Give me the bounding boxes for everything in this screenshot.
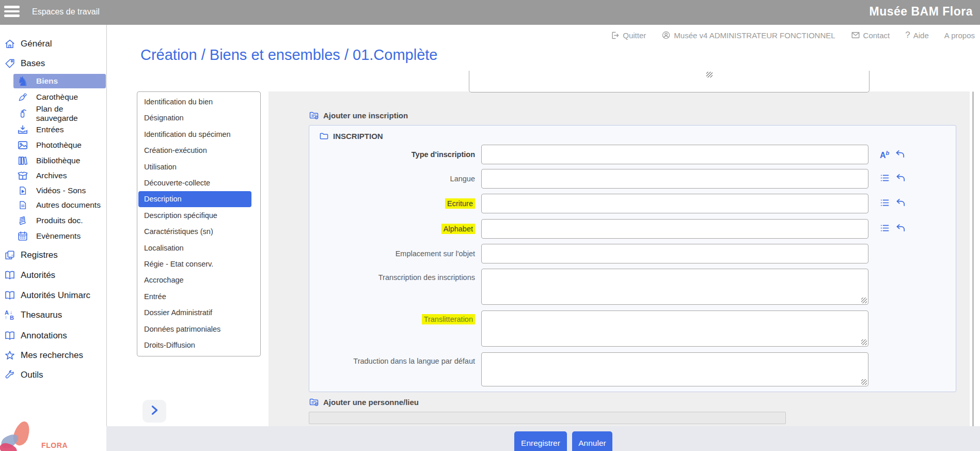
section-menu-item-droits-diffusion[interactable]: Droits-Diffusion [138,337,251,353]
sheets-icon [17,215,29,226]
sidebar-item-thesaurus[interactable]: A↓↑BThesaurus [0,308,106,322]
section-menu-item-regie-etat-conserv[interactable]: Régie - Etat conserv. [138,256,251,272]
sidebar-item-annotations[interactable]: Annotations [0,329,106,343]
sidebar-item-general[interactable]: Général [0,37,106,51]
page-title: Création / Biens et ensembles / 01.Compl… [140,46,437,64]
sidebar-item-bases[interactable]: Bases [0,56,106,71]
next-page-button[interactable] [143,400,166,423]
sidebar-item-plan-de-sauvegarde[interactable]: Plan de sauvegarde [0,106,106,121]
sidebar-item-label: Annotations [21,331,67,341]
sidebar-item-produits-doc[interactable]: Produits doc. [0,213,106,228]
sidebar-item-label: Autorités [21,270,55,281]
sidebar-item-mes-recherches[interactable]: Mes recherches [0,348,106,363]
input-type-d-inscription[interactable] [481,145,868,164]
undo-icon[interactable] [896,173,906,183]
mail-icon [851,30,860,40]
sidebar-item-carotheque[interactable]: Carothèque [0,90,106,104]
undo-icon[interactable] [896,223,906,233]
section-menu-item-donnees-patrimoniales[interactable]: Données patrimoniales [138,321,251,337]
section-menu-item-description[interactable]: Description [138,191,251,207]
list-icon[interactable] [880,223,890,233]
header-links: QuitterMusée v4 ADMINISTRATEUR FONCTIONN… [611,29,975,41]
field-label-emplacement-sur-l-objet: Emplacement sur l'objet [258,248,475,259]
header-link-a-propos[interactable]: A propos [944,31,975,40]
sidebar-item-label: Evènements [36,231,81,241]
undo-icon[interactable] [896,198,906,208]
sidebar-item-bibliotheque[interactable]: Bibliothèque [0,153,106,168]
header-link-quitter[interactable]: Quitter [611,31,646,40]
highlighted-label: Alphabet [441,224,475,234]
extinguisher-icon [17,108,29,119]
sidebar-item-phototheque[interactable]: Photothèque [0,138,106,152]
workspace-label: Espaces de travail [32,7,100,17]
input-emplacement-sur-l-objet[interactable] [481,244,868,263]
input-langue[interactable] [481,169,868,189]
inbox-down-icon [17,124,29,135]
sidebar-item-autorites-unimarc[interactable]: Autorités Unimarc [0,288,106,303]
sidebar-item-videos-sons[interactable]: Vidéos - Sons [0,183,106,198]
field-label-ecriture: Ecriture [258,198,475,209]
list-icon[interactable] [880,173,890,183]
book-open-icon [3,330,17,341]
save-button[interactable]: Enregistrer [514,431,567,451]
sidebar-item-label: Carothèque [36,92,78,102]
input-ecriture[interactable] [481,194,868,213]
top-bar: Espaces de travail Musée BAM Flora [0,0,980,25]
sidebar-item-label: Général [21,39,52,49]
section-menu-item-caracteristiques-sn[interactable]: Caractéristiques (sn) [138,224,251,240]
sidebar-item-archives[interactable]: Archives [0,168,106,183]
section-menu: Identification du bienDésignationIdentif… [137,91,261,356]
field-action-icons [880,198,906,208]
field-label-langue: Langue [258,174,475,184]
section-menu-item-accrochage[interactable]: Accrochage [138,272,251,288]
header-link-label: Contact [863,31,890,40]
vertical-scrollbar[interactable] [972,91,974,427]
section-menu-item-utilisation[interactable]: Utilisation [138,159,251,175]
carrot-icon [17,92,29,102]
section-menu-item-dossier-administratif[interactable]: Dossier Administratif [138,305,251,321]
textarea-translitteration[interactable] [481,310,868,347]
sidebar-item-label: Photothèque [36,141,82,150]
sidebar-item-label: Entrées [36,125,64,134]
resize-grip-icon[interactable] [861,339,867,345]
sidebar-item-label: Thesaurus [21,310,62,320]
box-open-icon [17,170,29,181]
resize-grip-icon[interactable] [861,379,867,385]
section-menu-item-identification-du-specimen[interactable]: Identification du spécimen [138,127,251,143]
photo-icon [17,139,29,151]
section-menu-item-description-specifique[interactable]: Description spécifique [138,208,251,224]
clipped-textarea-bottom[interactable] [469,71,870,92]
sidebar-item-outils[interactable]: Outils [0,368,106,382]
sidebar-item-registres[interactable]: Registres [0,248,106,262]
list-icon[interactable] [880,198,890,208]
sidebar-item-autres-documents[interactable]: Autres documents [0,198,106,212]
cancel-button[interactable]: Annuler [572,431,612,451]
field-action-icons [880,173,906,183]
app-title: Musée BAM Flora [870,5,973,19]
undo-icon[interactable] [895,149,905,159]
section-menu-item-designation[interactable]: Désignation [138,110,251,126]
textarea-transcription-des-inscriptions[interactable] [481,269,868,305]
charcase-icon[interactable]: Ab [880,149,889,160]
section-menu-item-entree[interactable]: Entrée [138,289,251,305]
hamburger-menu-icon[interactable] [4,6,20,19]
resize-grip-icon[interactable] [706,72,713,77]
user-icon [661,30,671,40]
section-menu-item-localisation[interactable]: Localisation [138,240,251,256]
header-link-contact[interactable]: Contact [851,30,890,40]
input-alphabet[interactable] [481,219,868,239]
sidebar-item-evenements[interactable]: Evènements [0,229,106,243]
sidebar-item-biens[interactable]: ♞Biens [13,74,106,88]
resize-grip-icon[interactable] [861,298,867,303]
section-menu-item-creation-execution[interactable]: Création-exécution [138,143,251,159]
header-link-aide[interactable]: ?Aide [905,30,929,40]
header-link-label: Quitter [623,31,646,40]
sidebar-item-entrees[interactable]: Entrées [0,122,106,137]
section-menu-item-decouverte-collecte[interactable]: Découverte-collecte [138,175,251,191]
textarea-traduction-dans-la-langue-par-defaut[interactable] [481,352,868,386]
sidebar-item-autorites[interactable]: Autorités [0,268,106,283]
book-open-icon [3,290,17,301]
header-link-musee-v4-administrateur-fonctionnel[interactable]: Musée v4 ADMINISTRATEUR FONCTIONNEL [661,30,835,40]
section-menu-item-identification-du-bien[interactable]: Identification du bien [138,94,251,110]
knight-icon: ♞ [17,75,29,87]
